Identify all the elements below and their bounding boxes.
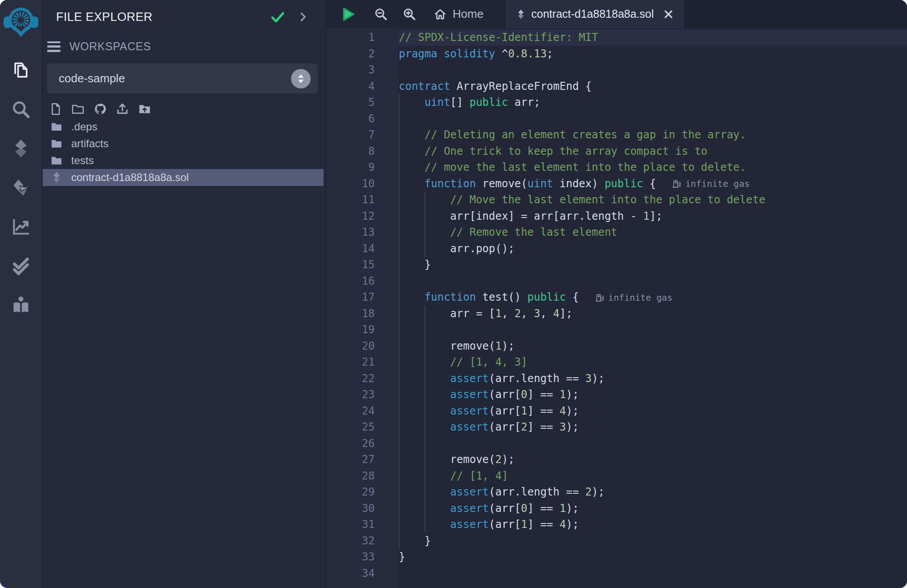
code-content[interactable]: // [1, 4, 3] (398, 354, 907, 371)
workspace-selected-value: code-sample (59, 72, 291, 85)
code-content[interactable]: } (398, 257, 907, 273)
new-folder-button[interactable] (71, 102, 85, 116)
code-content[interactable]: // Remove the last element (398, 224, 907, 241)
line-number: 12 (327, 208, 398, 225)
code-token: remove( (476, 177, 527, 190)
code-content[interactable] (398, 435, 907, 452)
tree-item-artifacts[interactable]: artifacts (43, 135, 326, 152)
rail-item-learneth[interactable] (0, 286, 42, 325)
code-content[interactable]: // move the last element into the place … (398, 159, 907, 176)
code-content[interactable] (398, 273, 907, 290)
code-token: 2 (585, 486, 591, 498)
code-content[interactable]: // Move the last element into the place … (398, 192, 907, 208)
code-content-current-line[interactable]: // SPDX-License-Identifier: MIT (398, 29, 907, 46)
rail-item-unit-testing[interactable] (0, 246, 42, 286)
workspaces-row: WORKSPACES (47, 40, 326, 53)
workspaces-menu-icon[interactable] (47, 41, 61, 52)
rail-item-deploy-run[interactable] (0, 168, 42, 207)
indent-guide (425, 516, 425, 533)
code-editor[interactable]: 1// SPDX-License-Identifier: MIT2pragma … (327, 28, 907, 588)
code-token: contract (399, 80, 450, 93)
code-content[interactable]: assert(arr[1] == 4); (398, 516, 907, 533)
code-content[interactable]: function remove(uint index) public {infi… (398, 176, 907, 192)
upload-file-button[interactable] (116, 102, 129, 116)
code-line: 23 assert(arr[0] == 1); (327, 387, 907, 403)
rail-item-solidity-compiler[interactable] (0, 129, 42, 168)
code-line: 28 // [1, 4] (327, 468, 907, 484)
indent-guide (425, 322, 425, 338)
tab-close-button[interactable] (663, 9, 674, 20)
rail-item-statistics[interactable] (0, 207, 42, 246)
code-content[interactable]: assert(arr[1] == 4); (398, 403, 907, 419)
github-button[interactable] (93, 102, 107, 116)
code-line: 24 assert(arr[1] == 4); (327, 403, 907, 419)
code-content[interactable] (398, 62, 907, 78)
code-content[interactable]: } (398, 549, 907, 565)
indent-guide (399, 354, 400, 371)
line-number: 1 (327, 29, 398, 46)
code-content[interactable]: arr = [1, 2, 3, 4]; (398, 306, 907, 322)
zoom-in-button[interactable] (402, 7, 417, 21)
code-content[interactable]: // [1, 4] (398, 468, 907, 484)
code-content[interactable]: assert(arr[0] == 1); (398, 387, 907, 403)
code-content[interactable]: remove(1); (398, 338, 907, 354)
line-number: 33 (327, 549, 398, 565)
tree-item-contract-d1a8818a8a-sol[interactable]: contract-d1a8818a8a.sol (43, 169, 324, 186)
workspace-select-toggle[interactable] (291, 69, 311, 89)
zoom-in-icon (402, 7, 417, 21)
code-content[interactable] (398, 322, 907, 338)
code-content[interactable]: contract ArrayReplaceFromEnd { (398, 78, 907, 95)
gas-pump-icon (595, 293, 604, 302)
rail-item-file-explorer[interactable] (0, 51, 42, 90)
code-line: 4contract ArrayReplaceFromEnd { (327, 78, 907, 95)
code-content[interactable]: arr[index] = arr[arr.length - 1]; (398, 208, 907, 225)
tree-item-tests[interactable]: tests (43, 152, 326, 169)
code-content[interactable]: uint[] public arr; (398, 94, 907, 111)
indent-guide (425, 403, 425, 419)
check-icon[interactable] (270, 9, 286, 25)
line-number: 18 (327, 306, 398, 322)
code-content[interactable]: assert(arr.length == 2); (398, 484, 907, 500)
code-content[interactable]: assert(arr.length == 3); (398, 371, 907, 387)
code-content[interactable]: function test() public {infinite gas (398, 289, 907, 306)
line-number: 29 (327, 484, 398, 500)
rail-item-search[interactable] (0, 90, 42, 129)
code-content[interactable]: assert(arr[2] == 3); (398, 419, 907, 435)
new-file-icon (49, 102, 62, 116)
tab-home[interactable]: Home (433, 7, 483, 21)
chevron-right-icon[interactable] (297, 11, 309, 23)
code-content[interactable]: pragma solidity ^0.8.13; (398, 46, 907, 62)
file-tree: .depsartifactstestscontract-d1a8818a8a.s… (43, 118, 326, 186)
code-line: 15 } (327, 257, 907, 273)
gas-estimate-label: infinite gas (608, 290, 673, 306)
indent-guide (399, 468, 400, 484)
code-content[interactable]: remove(2); (398, 451, 907, 468)
code-content[interactable]: // Deleting an element creates a gap in … (398, 127, 907, 143)
code-token: [] (450, 96, 470, 109)
line-number: 22 (327, 371, 398, 387)
code-content[interactable]: // One trick to keep the array compact i… (398, 143, 907, 160)
code-content[interactable]: arr.pop(); (398, 241, 907, 257)
tree-item--deps[interactable]: .deps (43, 118, 326, 135)
code-content[interactable]: } (398, 533, 907, 549)
indent-guide (399, 192, 400, 208)
code-token: 4 (553, 307, 559, 320)
zoom-out-button[interactable] (374, 7, 388, 21)
code-token: ArrayReplaceFromEnd { (450, 80, 592, 93)
code-content[interactable]: assert(arr[0] == 1); (398, 500, 907, 517)
line-number: 20 (327, 338, 398, 354)
new-file-button[interactable] (49, 102, 62, 116)
infinite-gas-badge: infinite gas (595, 290, 673, 306)
code-content[interactable] (398, 565, 907, 582)
run-script-button[interactable] (341, 6, 356, 22)
upload-folder-button[interactable] (138, 102, 151, 116)
indent-guide (425, 306, 425, 322)
tab-contract-file[interactable]: contract-d1a8818a8a.sol (506, 0, 684, 28)
indent-guide (425, 371, 425, 387)
code-token: 3 (534, 307, 540, 320)
code-line: 1// SPDX-License-Identifier: MIT (327, 29, 907, 46)
workspace-select[interactable]: code-sample (47, 64, 318, 93)
code-content[interactable] (398, 111, 907, 127)
code-token: (arr.length == (489, 372, 585, 385)
remix-logo[interactable] (0, 0, 42, 44)
